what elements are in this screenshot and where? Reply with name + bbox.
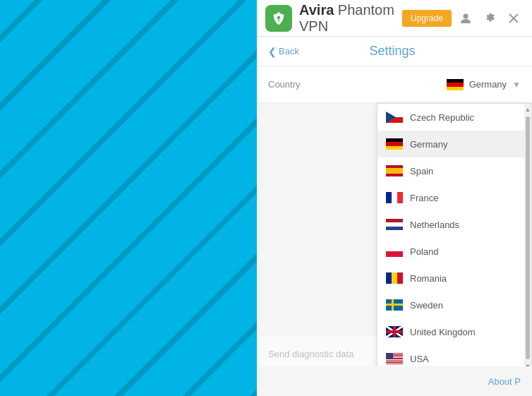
back-chevron-icon: ❮ [268,46,277,57]
footer: About P [257,366,532,396]
settings-content: Country Germany ▼ Czech Republic Germany… [257,66,532,366]
app-title: Avira Phantom VPN [299,2,402,35]
spain-flag [386,165,403,176]
list-item[interactable]: USA [377,345,531,366]
scroll-up-arrow[interactable]: ▲ [524,104,531,115]
list-item[interactable]: Netherlands [377,211,531,238]
gear-icon [484,13,495,24]
topbar-actions: Upgrade [402,8,524,28]
poland-flag [386,246,403,257]
romania-flag [386,272,403,284]
germany-flag-option [386,138,403,150]
about-link[interactable]: About P [488,376,521,387]
user-icon [460,13,471,24]
list-item[interactable]: United Kingdom [377,318,531,345]
main-panel: Avira Phantom VPN Upgrade [257,0,532,396]
svg-point-1 [464,13,468,18]
svg-point-0 [277,16,281,19]
france-flag [386,192,403,203]
country-label: Country [268,79,301,90]
country-dropdown: Czech Republic Germany Spain France [377,103,532,366]
selected-country: Germany [469,79,507,90]
sweden-flag [386,299,403,311]
list-item[interactable]: Czech Republic [377,104,531,131]
list-item[interactable]: Germany [377,131,531,157]
send-diagnostic-label: Send diagnostic data [268,349,353,359]
germany-flag [447,79,464,90]
app-logo [265,5,292,32]
list-item[interactable]: France [377,184,531,211]
back-button[interactable]: ❮ Back [268,46,299,57]
scroll-down-arrow[interactable]: ▼ [524,361,531,366]
close-icon-button[interactable] [504,8,524,28]
czech-flag [386,112,403,123]
uk-flag [386,326,403,337]
close-icon [509,13,519,23]
upgrade-button[interactable]: Upgrade [402,10,452,27]
list-item[interactable]: Poland [377,238,531,265]
gear-icon-button[interactable] [480,8,500,28]
list-item[interactable]: Spain [377,157,531,184]
country-row: Country Germany ▼ [257,66,532,103]
user-icon-button[interactable] [456,8,476,28]
scroll-thumb[interactable] [526,116,530,359]
list-item[interactable]: Sweden [377,292,531,318]
dropdown-scrollbar[interactable]: ▲ ▼ [524,104,531,366]
page-title: Settings [299,44,485,59]
topbar: Avira Phantom VPN Upgrade [257,0,532,37]
usa-flag [386,353,403,364]
netherlands-flag [386,219,403,230]
settings-header: ❮ Back Settings [257,37,532,66]
chevron-down-icon: ▼ [512,80,521,90]
list-item[interactable]: Romania [377,265,531,292]
country-selector[interactable]: Germany ▼ [447,79,521,90]
vpn-shield-icon [271,11,286,26]
